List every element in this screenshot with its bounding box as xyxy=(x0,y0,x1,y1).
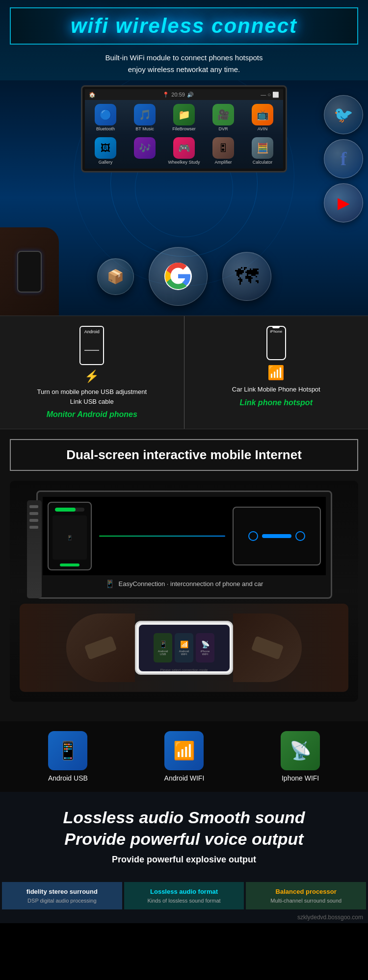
lossless-subtitle: Provide powerful explosive output xyxy=(10,855,358,865)
connection-info-section: Android ⚡ Turn on mobile phone USB adjus… xyxy=(0,316,368,429)
android-phone-icon: Android xyxy=(79,326,104,365)
screen-statusbar: 🏠 📍 20:59 🔊 — ○ ⬜ xyxy=(85,89,283,100)
feature-balanced: Balanced processor Multi-channel surroun… xyxy=(246,882,366,909)
wifi-section: wifi wireless connect Built-in WiFi modu… xyxy=(0,0,368,316)
twitter-bubble: 🐦 xyxy=(324,95,363,134)
mini-card-iphone-wifi: 📡 iPhoneWIFI xyxy=(196,633,214,662)
iphone-connection-text: Car Link Mobile Phone Hotspot xyxy=(232,385,320,394)
android-wifi-item: 📶 Android WIFI xyxy=(164,731,205,782)
wifi-signal-icon: 📶 xyxy=(267,365,285,381)
car-dashboard-visual: 📱 xyxy=(10,481,358,702)
youtube-bubble: ▶ xyxy=(324,183,363,222)
footer-url: szklydedvd.bossgoo.com xyxy=(0,911,368,923)
app-calculator: 🧮 Calculator xyxy=(244,137,281,165)
dashboard-screen: 📱 xyxy=(36,490,332,599)
features-section: fidelity stereo surround DSP digital aud… xyxy=(0,882,368,911)
lossless-section: Lossless audio Smooth sound Provide powe… xyxy=(0,792,368,882)
facebook-bubble: f xyxy=(324,139,363,178)
iphone-wifi-label: Iphone WIFI xyxy=(282,774,319,782)
dual-screen-title: Dual-screen interactive mobile Internet xyxy=(66,447,302,462)
app-filebrowser: 📁 FileBrowser xyxy=(165,104,203,131)
iphone-wifi-icon-box: 📡 xyxy=(281,731,320,770)
hands-phone-section: 📱 AndroidUSB 📶 AndroidWIFI 📡 iPhoneWIFI xyxy=(20,604,348,692)
mini-card-android-wifi: 📶 AndroidWIFI xyxy=(175,633,193,662)
app-gallery: 🖼 Gallery xyxy=(87,137,124,165)
bubble-gplay: 📦 xyxy=(97,258,134,295)
lossless-format-title: Lossless audio format xyxy=(128,888,240,895)
app-btmusic: 🎵 BT Music xyxy=(126,104,163,131)
wifi-title-bar: wifi wireless connect xyxy=(10,7,358,45)
app-music2: 🎶 xyxy=(126,137,163,165)
app-dvr: 🎥 DVR xyxy=(205,104,242,131)
app-amplifier: 🎛 Amplifier xyxy=(205,137,242,165)
wifi-subtitle: Built-in WiFi module to connect phones h… xyxy=(0,49,368,80)
social-bubbles: 🐦 f ▶ xyxy=(324,95,363,227)
android-usb-icon-box: 📱 xyxy=(48,731,87,770)
android-usb-label: Android USB xyxy=(48,774,88,782)
usb-icon: ⚡ xyxy=(84,369,99,383)
iphone-wifi-item: 📡 Iphone WIFI xyxy=(281,731,320,782)
iphone-icon: iPhone xyxy=(266,326,286,360)
wifi-visual: 🏠 📍 20:59 🔊 — ○ ⬜ 🔵 Bluetooth 🎵 xyxy=(0,80,368,316)
screen-apps-row2: 🖼 Gallery 🎶 🎮 Wheelkey Study 🎛 Amplifier xyxy=(85,135,283,169)
lossless-format-desc: Kinds of lossless sound format xyxy=(128,898,240,904)
android-connection-text: Turn on mobile phone USB adjustment Link… xyxy=(37,387,147,406)
bubble-google xyxy=(149,247,208,306)
dashboard-tablet-right xyxy=(233,507,321,565)
connection-select-label: Please select connection mode xyxy=(160,668,208,672)
iphone-connection-panel: iPhone 📶 Car Link Mobile Phone Hotspot L… xyxy=(184,316,368,429)
screen-apps-row1: 🔵 Bluetooth 🎵 BT Music 📁 FileBrowser 🎥 D… xyxy=(85,100,283,135)
app-bluetooth: 🔵 Bluetooth xyxy=(87,104,124,131)
fidelity-title: fidelity stereo surround xyxy=(6,888,118,895)
phone-hand-visual xyxy=(0,227,59,316)
android-usb-item: 📱 Android USB xyxy=(48,731,88,782)
android-wifi-label: Android WIFI xyxy=(164,774,205,782)
easy-connection-label: 📱 EasyConnection · interconnection of ph… xyxy=(43,575,326,592)
app-wheelkey: 🎮 Wheelkey Study xyxy=(165,137,203,165)
balanced-title: Balanced processor xyxy=(250,888,362,895)
mini-card-android-usb: 📱 AndroidUSB xyxy=(154,633,172,662)
fidelity-desc: DSP digital audio processing xyxy=(6,898,118,904)
feature-fidelity: fidelity stereo surround DSP digital aud… xyxy=(2,882,122,909)
iphone-highlight: Link phone hotspot xyxy=(240,398,313,407)
phone-connection-screen: 📱 AndroidUSB 📶 AndroidWIFI 📡 iPhoneWIFI xyxy=(139,625,230,671)
feature-lossless: Lossless audio format Kinds of lossless … xyxy=(124,882,244,909)
dashboard-phone-left: 📱 xyxy=(48,502,92,570)
dual-screen-title-box: Dual-screen interactive mobile Internet xyxy=(10,439,358,471)
dual-screen-section: Dual-screen interactive mobile Internet xyxy=(0,429,368,721)
android-connection-panel: Android ⚡ Turn on mobile phone USB adjus… xyxy=(0,316,184,429)
bubble-googlemaps: 🗺 xyxy=(222,252,271,301)
center-phone-device: 📱 AndroidUSB 📶 AndroidWIFI 📡 iPhoneWIFI xyxy=(135,621,233,675)
app-avin: 📺 AVIN xyxy=(244,104,281,131)
connection-icons-section: 📱 Android USB 📶 Android WIFI 📡 Iphone WI… xyxy=(0,721,368,792)
car-radio-screen: 🏠 📍 20:59 🔊 — ○ ⬜ 🔵 Bluetooth 🎵 xyxy=(81,85,287,172)
android-wifi-icon-box: 📶 xyxy=(164,731,204,770)
wifi-title: wifi wireless connect xyxy=(21,14,347,38)
android-highlight: Monitor Android phones xyxy=(47,410,137,419)
balanced-desc: Multi-channel surround sound xyxy=(250,898,362,904)
lossless-title: Lossless audio Smooth sound Provide powe… xyxy=(10,807,358,850)
